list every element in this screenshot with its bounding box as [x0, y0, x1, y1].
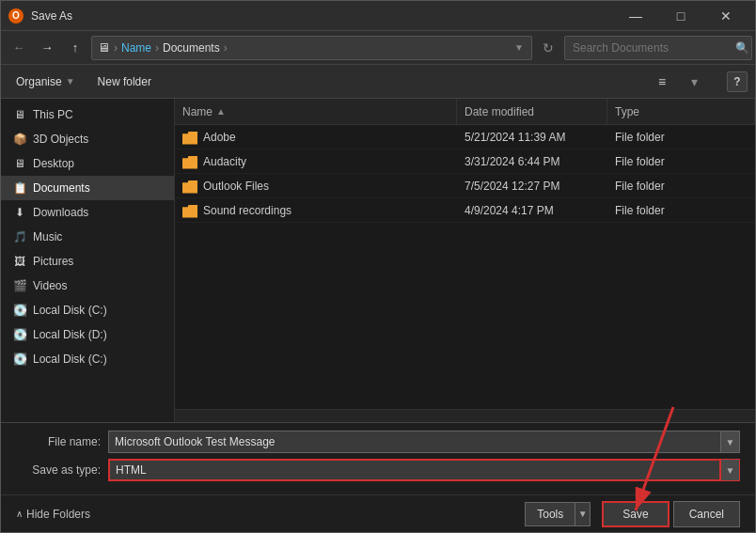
tools-button[interactable]: Tools	[525, 502, 575, 526]
bottom-panel: File name: ▼ Save as type: ▼	[1, 422, 755, 494]
col-date-header[interactable]: Date modified	[457, 99, 607, 125]
table-row[interactable]: Audacity 3/31/2024 6:44 PM File folder	[175, 149, 755, 174]
filetype-input[interactable]	[108, 459, 721, 481]
sidebar-item-local-disk--c--[interactable]: 💽 Local Disk (C:)	[1, 298, 174, 322]
sidebar-item-this-pc[interactable]: 🖥 This PC	[1, 102, 174, 127]
file-name-cell: Outlook Files	[175, 174, 457, 198]
back-button[interactable]: ←	[7, 36, 31, 60]
filetype-row: Save as type: ▼	[16, 459, 740, 481]
file-type-cell: File folder	[607, 125, 755, 149]
sidebar-item-videos[interactable]: 🎬 Videos	[1, 274, 174, 298]
table-row[interactable]: Sound recordings 4/9/2024 4:17 PM File f…	[175, 198, 755, 223]
folder-icon	[182, 154, 197, 169]
sidebar-item-label: Downloads	[33, 206, 88, 219]
up-button[interactable]: ↑	[63, 36, 87, 60]
refresh-button[interactable]: ↻	[536, 36, 560, 60]
horizontal-scrollbar[interactable]	[175, 409, 755, 422]
sidebar-item-downloads[interactable]: ⬇ Downloads	[1, 200, 174, 225]
file-list: Adobe 5/21/2024 11:39 AM File folder Aud…	[175, 125, 755, 409]
file-date-cell: 4/9/2024 4:17 PM	[457, 198, 607, 223]
col-name-header[interactable]: Name ▲	[175, 99, 457, 125]
file-name-text: Adobe	[203, 131, 236, 144]
view-toggle-button[interactable]: ≡	[650, 70, 674, 94]
new-folder-button[interactable]: New folder	[90, 71, 159, 92]
disk-icon: 💽	[12, 327, 27, 342]
filename-label: File name:	[16, 435, 101, 448]
sidebar-item-desktop[interactable]: 🖥 Desktop	[1, 151, 174, 176]
file-area: Name ▲ Date modified Type Adobe 5/21/202…	[175, 99, 755, 422]
search-icon: 🔍	[735, 41, 749, 55]
file-type-cell: File folder	[607, 198, 755, 223]
app-icon: O	[8, 8, 24, 24]
filename-dropdown[interactable]: ▼	[721, 431, 740, 453]
forward-button[interactable]: →	[35, 36, 59, 60]
tools-dropdown-button[interactable]: ▼	[575, 502, 591, 526]
help-button[interactable]: ?	[727, 71, 748, 92]
table-row[interactable]: Outlook Files 7/5/2024 12:27 PM File fol…	[175, 174, 755, 198]
sidebar-item-label: This PC	[33, 108, 73, 121]
pictures-icon: 🖼	[12, 254, 27, 269]
title-bar: O Save As — □ ✕	[1, 1, 755, 31]
filetype-dropdown[interactable]: ▼	[721, 459, 740, 481]
filename-input[interactable]	[108, 431, 721, 453]
save-button-container: Save	[602, 501, 672, 527]
sidebar-item-music[interactable]: 🎵 Music	[1, 225, 174, 249]
window-controls: — □ ✕	[614, 1, 748, 31]
address-bar: ← → ↑ 🖥 › Name › Documents › ▼ ↻ 🔍	[1, 31, 755, 65]
sidebar-item--d-objects[interactable]: 📦 3D Objects	[1, 127, 174, 151]
breadcrumb: 🖥 › Name › Documents › ▼	[91, 36, 532, 60]
col-type-header[interactable]: Type	[607, 99, 755, 125]
main-content: 🖥 This PC 📦 3D Objects 🖥 Desktop 📋 Docum…	[1, 99, 755, 422]
close-button[interactable]: ✕	[704, 1, 748, 31]
filetype-label: Save as type:	[16, 463, 101, 477]
sidebar-item-local-disk--d--[interactable]: 💽 Local Disk (D:)	[1, 322, 174, 347]
sidebar-item-label: Desktop	[33, 157, 74, 170]
sidebar-item-label: Pictures	[33, 255, 73, 268]
sidebar: 🖥 This PC 📦 3D Objects 🖥 Desktop 📋 Docum…	[1, 99, 175, 422]
sidebar-item-pictures[interactable]: 🖼 Pictures	[1, 249, 174, 274]
sidebar-item-label: Documents	[33, 181, 90, 195]
search-input[interactable]	[564, 36, 752, 60]
cancel-button[interactable]: Cancel	[673, 501, 740, 527]
folder-icon	[182, 179, 197, 194]
sidebar-item-local-disk--c--[interactable]: 💽 Local Disk (C:)	[1, 347, 174, 371]
videos-icon: 🎬	[12, 278, 27, 293]
breadcrumb-pc-icon: 🖥	[98, 40, 110, 55]
minimize-button[interactable]: —	[614, 1, 657, 31]
disk-icon: 💽	[12, 352, 27, 367]
toolbar: Organise ▼ New folder ≡ ▾ ?	[1, 65, 755, 99]
filename-input-wrapper: ▼	[108, 431, 740, 453]
docs-icon: 📋	[12, 180, 27, 196]
breadcrumb-documents[interactable]: Documents	[163, 41, 220, 55]
breadcrumb-sep-1: ›	[114, 41, 118, 55]
file-name-text: Audacity	[203, 155, 246, 168]
file-type-cell: File folder	[607, 174, 755, 198]
organise-arrow: ▼	[66, 76, 75, 86]
folder-icon	[182, 203, 197, 218]
window-title: Save As	[31, 9, 614, 23]
save-button[interactable]: Save	[602, 501, 669, 527]
breadcrumb-sep-2: ›	[155, 41, 159, 55]
file-name-cell: Audacity	[175, 149, 457, 174]
music-icon: 🎵	[12, 229, 27, 244]
maximize-button[interactable]: □	[659, 1, 702, 31]
3d-icon: 📦	[12, 132, 27, 147]
sidebar-item-documents[interactable]: 📋 Documents	[1, 176, 174, 200]
filetype-input-wrapper: ▼	[108, 459, 740, 481]
breadcrumb-thispc[interactable]: Name	[121, 41, 151, 55]
hide-folders-button[interactable]: ∧ Hide Folders	[16, 508, 90, 521]
view-dropdown-button[interactable]: ▾	[682, 70, 706, 94]
organise-label: Organise	[16, 75, 62, 88]
hide-folders-label: Hide Folders	[26, 508, 90, 521]
save-as-dialog: O Save As — □ ✕ ← → ↑ 🖥 › Name › Documen…	[0, 0, 756, 533]
table-row[interactable]: Adobe 5/21/2024 11:39 AM File folder	[175, 125, 755, 149]
sidebar-item-label: Music	[33, 230, 62, 243]
sidebar-item-label: 3D Objects	[33, 133, 88, 146]
organise-button[interactable]: Organise ▼	[8, 71, 83, 92]
new-folder-label: New folder	[98, 75, 151, 88]
filename-row: File name: ▼	[16, 431, 740, 453]
sidebar-item-label: Videos	[33, 279, 67, 292]
tools-group: Tools ▼	[525, 502, 591, 526]
file-name-text: Sound recordings	[203, 204, 291, 217]
breadcrumb-dropdown-button[interactable]: ▼	[512, 42, 526, 53]
